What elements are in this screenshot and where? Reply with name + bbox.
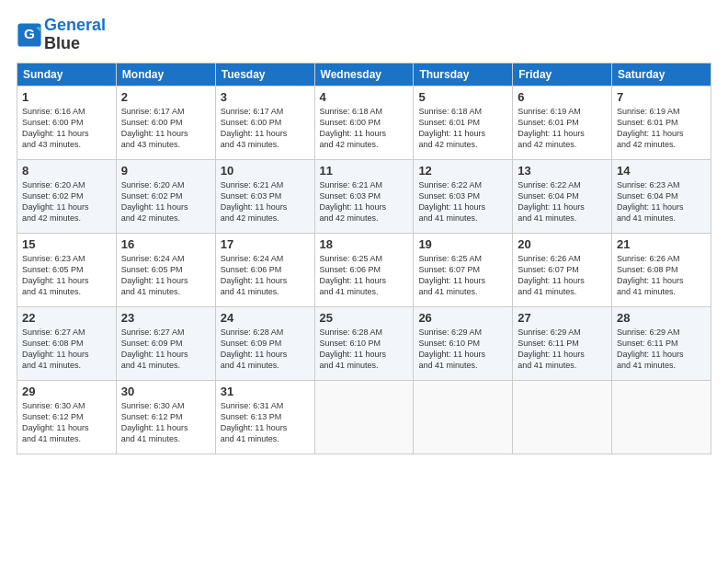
logo-icon: G [17, 22, 42, 48]
day-info: Sunrise: 6:27 AM Sunset: 6:09 PM Dayligh… [121, 327, 210, 372]
calendar-cell: 8Sunrise: 6:20 AM Sunset: 6:02 PM Daylig… [17, 159, 117, 233]
weekday-monday: Monday [116, 63, 215, 86]
day-number: 26 [418, 311, 507, 325]
day-number: 14 [617, 164, 706, 178]
day-number: 5 [418, 90, 507, 104]
weekday-header-row: SundayMondayTuesdayWednesdayThursdayFrid… [17, 63, 711, 86]
day-number: 22 [22, 311, 111, 325]
calendar-cell [414, 380, 513, 454]
day-number: 23 [121, 311, 210, 325]
calendar-cell: 16Sunrise: 6:24 AM Sunset: 6:05 PM Dayli… [116, 233, 215, 306]
week-row-4: 22Sunrise: 6:27 AM Sunset: 6:08 PM Dayli… [17, 306, 711, 380]
day-number: 25 [320, 311, 409, 325]
logo: G General Blue [17, 17, 106, 53]
day-number: 3 [221, 90, 310, 104]
day-number: 10 [221, 164, 310, 178]
day-info: Sunrise: 6:22 AM Sunset: 6:03 PM Dayligh… [418, 179, 507, 224]
logo-text: General Blue [44, 17, 106, 53]
weekday-tuesday: Tuesday [215, 63, 314, 86]
day-number: 16 [121, 237, 210, 251]
day-number: 24 [221, 311, 310, 325]
calendar-cell: 14Sunrise: 6:23 AM Sunset: 6:04 PM Dayli… [612, 159, 711, 233]
day-info: Sunrise: 6:17 AM Sunset: 6:00 PM Dayligh… [221, 106, 310, 151]
calendar-cell: 20Sunrise: 6:26 AM Sunset: 6:07 PM Dayli… [513, 233, 612, 306]
calendar-cell: 4Sunrise: 6:18 AM Sunset: 6:00 PM Daylig… [314, 86, 414, 159]
calendar-cell: 19Sunrise: 6:25 AM Sunset: 6:07 PM Dayli… [414, 233, 513, 306]
calendar-cell: 25Sunrise: 6:28 AM Sunset: 6:10 PM Dayli… [314, 306, 414, 380]
svg-text:G: G [24, 26, 35, 41]
day-number: 13 [518, 164, 607, 178]
weekday-friday: Friday [513, 63, 612, 86]
calendar-cell: 1Sunrise: 6:16 AM Sunset: 6:00 PM Daylig… [17, 86, 117, 159]
weekday-sunday: Sunday [17, 63, 117, 86]
day-number: 17 [221, 237, 310, 251]
day-info: Sunrise: 6:30 AM Sunset: 6:12 PM Dayligh… [22, 400, 111, 445]
day-info: Sunrise: 6:21 AM Sunset: 6:03 PM Dayligh… [221, 179, 310, 224]
day-number: 9 [121, 164, 210, 178]
calendar-cell: 26Sunrise: 6:29 AM Sunset: 6:10 PM Dayli… [414, 306, 513, 380]
calendar-cell: 2Sunrise: 6:17 AM Sunset: 6:00 PM Daylig… [116, 86, 215, 159]
day-info: Sunrise: 6:21 AM Sunset: 6:03 PM Dayligh… [320, 179, 409, 224]
day-info: Sunrise: 6:22 AM Sunset: 6:04 PM Dayligh… [518, 179, 607, 224]
calendar-cell: 31Sunrise: 6:31 AM Sunset: 6:13 PM Dayli… [215, 380, 314, 454]
week-row-2: 8Sunrise: 6:20 AM Sunset: 6:02 PM Daylig… [17, 159, 711, 233]
day-number: 6 [518, 90, 607, 104]
day-info: Sunrise: 6:27 AM Sunset: 6:08 PM Dayligh… [22, 327, 111, 372]
calendar-cell: 12Sunrise: 6:22 AM Sunset: 6:03 PM Dayli… [414, 159, 513, 233]
day-number: 30 [121, 385, 210, 398]
day-info: Sunrise: 6:18 AM Sunset: 6:00 PM Dayligh… [320, 106, 409, 151]
calendar-cell: 10Sunrise: 6:21 AM Sunset: 6:03 PM Dayli… [215, 159, 314, 233]
day-info: Sunrise: 6:20 AM Sunset: 6:02 PM Dayligh… [121, 179, 210, 224]
calendar-cell: 9Sunrise: 6:20 AM Sunset: 6:02 PM Daylig… [116, 159, 215, 233]
day-info: Sunrise: 6:29 AM Sunset: 6:10 PM Dayligh… [418, 327, 507, 372]
day-info: Sunrise: 6:26 AM Sunset: 6:07 PM Dayligh… [518, 253, 607, 298]
week-row-5: 29Sunrise: 6:30 AM Sunset: 6:12 PM Dayli… [17, 380, 711, 454]
calendar-cell [314, 380, 414, 454]
header: G General Blue [17, 17, 711, 53]
calendar-cell: 29Sunrise: 6:30 AM Sunset: 6:12 PM Dayli… [17, 380, 117, 454]
day-info: Sunrise: 6:19 AM Sunset: 6:01 PM Dayligh… [518, 106, 607, 151]
day-info: Sunrise: 6:24 AM Sunset: 6:06 PM Dayligh… [221, 253, 310, 298]
day-info: Sunrise: 6:20 AM Sunset: 6:02 PM Dayligh… [22, 179, 111, 224]
calendar-cell [612, 380, 711, 454]
day-info: Sunrise: 6:28 AM Sunset: 6:10 PM Dayligh… [320, 327, 409, 372]
day-number: 19 [418, 237, 507, 251]
calendar-cell: 17Sunrise: 6:24 AM Sunset: 6:06 PM Dayli… [215, 233, 314, 306]
day-number: 15 [22, 237, 111, 251]
page: G General Blue SundayMondayTuesdayWednes… [0, 0, 728, 563]
calendar-cell: 5Sunrise: 6:18 AM Sunset: 6:01 PM Daylig… [414, 86, 513, 159]
calendar-cell: 7Sunrise: 6:19 AM Sunset: 6:01 PM Daylig… [612, 86, 711, 159]
day-info: Sunrise: 6:18 AM Sunset: 6:01 PM Dayligh… [418, 106, 507, 151]
weekday-saturday: Saturday [612, 63, 711, 86]
day-info: Sunrise: 6:30 AM Sunset: 6:12 PM Dayligh… [121, 400, 210, 445]
calendar-cell: 13Sunrise: 6:22 AM Sunset: 6:04 PM Dayli… [513, 159, 612, 233]
calendar: SundayMondayTuesdayWednesdayThursdayFrid… [17, 63, 711, 454]
day-number: 31 [221, 385, 310, 398]
day-info: Sunrise: 6:19 AM Sunset: 6:01 PM Dayligh… [617, 106, 706, 151]
calendar-cell: 30Sunrise: 6:30 AM Sunset: 6:12 PM Dayli… [116, 380, 215, 454]
calendar-cell: 6Sunrise: 6:19 AM Sunset: 6:01 PM Daylig… [513, 86, 612, 159]
calendar-cell: 11Sunrise: 6:21 AM Sunset: 6:03 PM Dayli… [314, 159, 414, 233]
day-info: Sunrise: 6:29 AM Sunset: 6:11 PM Dayligh… [617, 327, 706, 372]
day-info: Sunrise: 6:23 AM Sunset: 6:04 PM Dayligh… [617, 179, 706, 224]
day-number: 4 [320, 90, 409, 104]
day-info: Sunrise: 6:16 AM Sunset: 6:00 PM Dayligh… [22, 106, 111, 151]
day-info: Sunrise: 6:25 AM Sunset: 6:07 PM Dayligh… [418, 253, 507, 298]
day-number: 8 [22, 164, 111, 178]
calendar-cell [513, 380, 612, 454]
day-info: Sunrise: 6:25 AM Sunset: 6:06 PM Dayligh… [320, 253, 409, 298]
day-number: 11 [320, 164, 409, 178]
week-row-3: 15Sunrise: 6:23 AM Sunset: 6:05 PM Dayli… [17, 233, 711, 306]
day-info: Sunrise: 6:31 AM Sunset: 6:13 PM Dayligh… [221, 400, 310, 445]
day-info: Sunrise: 6:17 AM Sunset: 6:00 PM Dayligh… [121, 106, 210, 151]
day-info: Sunrise: 6:24 AM Sunset: 6:05 PM Dayligh… [121, 253, 210, 298]
calendar-cell: 15Sunrise: 6:23 AM Sunset: 6:05 PM Dayli… [17, 233, 117, 306]
day-number: 28 [617, 311, 706, 325]
weekday-thursday: Thursday [414, 63, 513, 86]
calendar-cell: 3Sunrise: 6:17 AM Sunset: 6:00 PM Daylig… [215, 86, 314, 159]
weekday-wednesday: Wednesday [314, 63, 414, 86]
day-number: 18 [320, 237, 409, 251]
day-info: Sunrise: 6:23 AM Sunset: 6:05 PM Dayligh… [22, 253, 111, 298]
day-number: 27 [518, 311, 607, 325]
day-number: 29 [22, 385, 111, 398]
